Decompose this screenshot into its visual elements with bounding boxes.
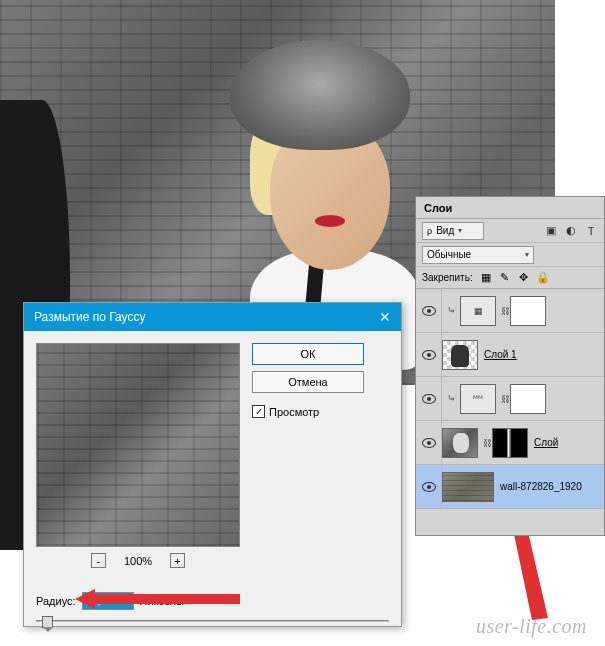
- layer-thumbnail[interactable]: [442, 472, 494, 502]
- preview-label: Просмотр: [269, 406, 319, 418]
- lock-position-icon[interactable]: ✥: [517, 271, 531, 285]
- link-icon: ⛓: [500, 394, 510, 404]
- layer-mask-thumbnail[interactable]: [510, 384, 546, 414]
- layer-thumbnail[interactable]: [442, 428, 478, 458]
- dialog-titlebar[interactable]: Размытие по Гауссу ✕: [24, 303, 401, 331]
- layers-panel: Слои ρ Вид ▾ ▣ ◐ T Обычные ▾ Закрепить: …: [415, 196, 605, 536]
- blend-mode-dropdown[interactable]: Обычные ▾: [422, 246, 534, 264]
- layers-tab[interactable]: Слои: [416, 197, 604, 219]
- visibility-eye-icon[interactable]: [422, 350, 436, 360]
- radius-unit: Пикселы: [140, 595, 185, 607]
- watermark-text: user-life.com: [476, 615, 587, 638]
- filter-type-dropdown[interactable]: ρ Вид ▾: [422, 222, 484, 240]
- link-icon: ⛓: [500, 306, 510, 316]
- layer-item[interactable]: ⤷ ᴹᴹ ⛓: [416, 377, 604, 421]
- dialog-title-text: Размытие по Гауссу: [34, 310, 145, 324]
- chevron-down-icon: ▾: [458, 226, 462, 235]
- visibility-eye-icon[interactable]: [422, 438, 436, 448]
- filter-adjust-icon[interactable]: ◐: [564, 224, 578, 238]
- zoom-in-button[interactable]: +: [170, 553, 185, 568]
- filter-image-icon[interactable]: ▣: [544, 224, 558, 238]
- blur-preview[interactable]: [36, 343, 240, 547]
- slider-thumb[interactable]: [42, 616, 53, 628]
- filter-type-icon[interactable]: T: [584, 224, 598, 238]
- radius-input[interactable]: [82, 592, 134, 610]
- visibility-eye-icon[interactable]: [422, 306, 436, 316]
- gaussian-blur-dialog: Размытие по Гауссу ✕ - 100% + ОК Отмена …: [23, 302, 402, 627]
- layer-thumbnail[interactable]: ▦: [460, 296, 496, 326]
- preview-checkbox[interactable]: ✓: [252, 405, 265, 418]
- cancel-button[interactable]: Отмена: [252, 371, 364, 393]
- clip-indicator-icon: ⤷: [442, 392, 460, 405]
- layer-item[interactable]: ⤷ ▦ ⛓: [416, 289, 604, 333]
- layer-thumbnail[interactable]: [442, 340, 478, 370]
- close-icon[interactable]: ✕: [375, 307, 395, 327]
- clip-indicator-icon: ⤷: [442, 304, 460, 317]
- lock-pixels-icon[interactable]: ✎: [498, 271, 512, 285]
- layer-name[interactable]: wall-872826_1920: [500, 481, 582, 492]
- visibility-eye-icon[interactable]: [422, 482, 436, 492]
- lock-transparency-icon[interactable]: ▦: [479, 271, 493, 285]
- layer-item[interactable]: Слой 1: [416, 333, 604, 377]
- zoom-out-button[interactable]: -: [91, 553, 106, 568]
- zoom-percent: 100%: [124, 555, 152, 567]
- lock-all-icon[interactable]: 🔒: [536, 271, 550, 285]
- layer-item-selected[interactable]: wall-872826_1920: [416, 465, 604, 509]
- visibility-eye-icon[interactable]: [422, 394, 436, 404]
- layer-thumbnail[interactable]: ᴹᴹ: [460, 384, 496, 414]
- layer-mask-thumbnail[interactable]: [510, 296, 546, 326]
- layer-name[interactable]: Слой 1: [484, 349, 517, 360]
- layer-item[interactable]: ⛓ Слой: [416, 421, 604, 465]
- radius-label: Радиус:: [36, 595, 76, 607]
- layer-name[interactable]: Слой: [534, 437, 558, 448]
- radius-slider[interactable]: [36, 614, 389, 628]
- link-icon: ⛓: [482, 438, 492, 448]
- lock-label: Закрепить:: [422, 272, 473, 283]
- chevron-down-icon: ▾: [525, 250, 529, 259]
- layer-mask-thumbnail[interactable]: [492, 428, 528, 458]
- ok-button[interactable]: ОК: [252, 343, 364, 365]
